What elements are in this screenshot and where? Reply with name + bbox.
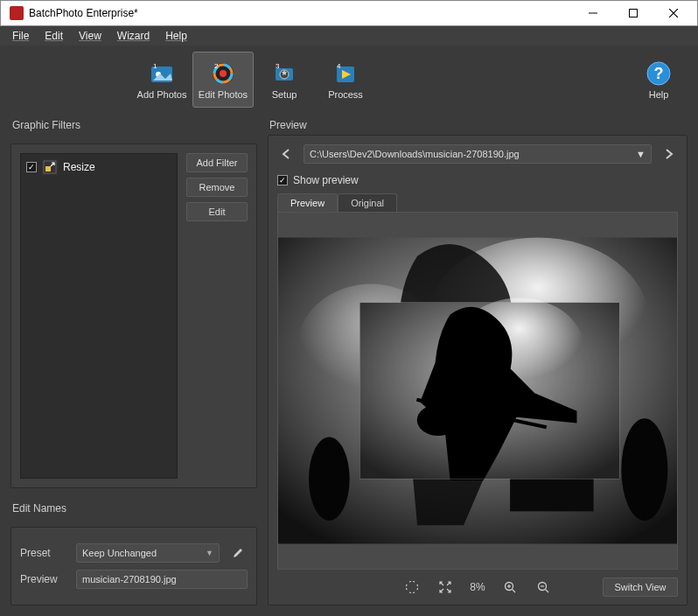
- toolbar-process-label: Process: [328, 89, 363, 100]
- preview-name-label: Preview: [20, 573, 67, 585]
- filter-checkbox[interactable]: ✓: [26, 162, 37, 172]
- toolbar-process[interactable]: 4 Process: [315, 52, 376, 108]
- edit-names-label: Edit Names: [12, 502, 257, 514]
- prev-image-button[interactable]: [277, 145, 295, 163]
- svg-text:4: 4: [337, 62, 341, 70]
- add-photos-icon: 1: [148, 60, 176, 88]
- window-title: BatchPhoto Enterprise*: [29, 7, 573, 19]
- maximize-button[interactable]: [613, 0, 653, 26]
- svg-rect-30: [510, 474, 593, 511]
- toolbar-setup[interactable]: 3 Setup: [254, 52, 315, 108]
- preview-name-field[interactable]: musician-2708190.jpg: [76, 570, 248, 589]
- menu-edit[interactable]: Edit: [38, 28, 70, 44]
- svg-text:1: 1: [153, 62, 157, 70]
- next-image-button[interactable]: [660, 145, 678, 163]
- svg-text:3: 3: [276, 62, 280, 70]
- graphic-filters-label: Graphic Filters: [12, 119, 257, 131]
- setup-icon: 3: [270, 60, 298, 88]
- svg-point-27: [621, 418, 667, 521]
- zoom-out-icon[interactable]: [534, 578, 552, 596]
- preview-image: [278, 213, 677, 569]
- tab-preview[interactable]: Preview: [277, 193, 338, 212]
- toolbar-add-photos-label: Add Photos: [137, 89, 187, 100]
- svg-point-35: [417, 404, 459, 436]
- help-icon: ?: [645, 60, 673, 88]
- image-path-value: C:\Users\Dev2\Downloads\musician-2708190…: [310, 149, 520, 159]
- filter-item-label: Resize: [63, 161, 95, 173]
- filter-item-resize[interactable]: ✓ Resize: [26, 159, 171, 175]
- edit-filter-button[interactable]: Edit: [186, 202, 248, 221]
- show-preview-checkbox[interactable]: ✓: [277, 175, 288, 186]
- show-preview-label: Show preview: [293, 174, 359, 186]
- right-column: Preview C:\Users\Dev2\Downloads\musician…: [268, 114, 688, 606]
- preview-image-frame: [277, 212, 678, 570]
- zoom-controls: 8% Switch View: [277, 578, 678, 596]
- preview-panel: C:\Users\Dev2\Downloads\musician-2708190…: [268, 135, 688, 606]
- actual-size-icon[interactable]: [436, 578, 454, 596]
- process-icon: 4: [332, 60, 359, 88]
- toolbar-help-label: Help: [649, 89, 669, 100]
- minimize-button[interactable]: [573, 0, 613, 26]
- tab-original[interactable]: Original: [338, 193, 397, 212]
- edit-preset-button[interactable]: [228, 543, 248, 563]
- preset-label: Preset: [20, 547, 67, 559]
- svg-line-38: [512, 590, 515, 593]
- edit-names-panel: Preset Keep Unchanged ▼ Preview musician…: [10, 527, 257, 606]
- zoom-in-icon[interactable]: [501, 578, 519, 596]
- edit-photos-icon: 2: [209, 60, 237, 88]
- preview-section-label: Preview: [269, 119, 688, 131]
- app-icon: [10, 6, 24, 20]
- add-filter-button[interactable]: Add Filter: [186, 153, 248, 172]
- toolbar-add-photos[interactable]: 1 Add Photos: [131, 52, 192, 108]
- menu-help[interactable]: Help: [158, 28, 194, 44]
- title-bar: BatchPhoto Enterprise*: [0, 0, 698, 26]
- toolbar-edit-photos-label: Edit Photos: [199, 89, 248, 100]
- toolbar-help[interactable]: ? Help: [628, 52, 689, 108]
- preset-select[interactable]: Keep Unchanged ▼: [76, 543, 220, 563]
- menu-file[interactable]: File: [5, 28, 36, 44]
- svg-point-26: [309, 438, 350, 521]
- resize-icon: [42, 159, 58, 175]
- main-area: Graphic Filters ✓ Resize Add Filter Remo…: [0, 114, 698, 616]
- toolbar-setup-label: Setup: [272, 89, 297, 100]
- svg-rect-1: [630, 10, 638, 18]
- preset-value: Keep Unchanged: [82, 548, 157, 558]
- switch-view-button[interactable]: Switch View: [603, 578, 678, 597]
- left-column: Graphic Filters ✓ Resize Add Filter Remo…: [10, 114, 257, 606]
- svg-text:2: 2: [214, 62, 219, 70]
- svg-point-10: [220, 70, 227, 77]
- filters-list[interactable]: ✓ Resize: [20, 153, 178, 479]
- graphic-filters-panel: ✓ Resize Add Filter Remove Edit: [10, 144, 257, 488]
- remove-filter-button[interactable]: Remove: [186, 178, 248, 197]
- preview-name-value: musician-2708190.jpg: [82, 574, 177, 584]
- svg-rect-22: [45, 166, 51, 172]
- zoom-percentage: 8%: [470, 581, 485, 593]
- toolbar: 1 Add Photos 2 Edit Photos 3 Setup 4 Pro…: [0, 46, 698, 114]
- menu-bar: File Edit View Wizard Help: [0, 26, 698, 46]
- fit-to-window-icon[interactable]: [403, 578, 421, 596]
- svg-text:?: ?: [654, 65, 664, 82]
- menu-wizard[interactable]: Wizard: [110, 28, 157, 44]
- image-path-select[interactable]: C:\Users\Dev2\Downloads\musician-2708190…: [304, 144, 652, 164]
- chevron-down-icon: ▼: [206, 549, 213, 557]
- close-button[interactable]: [653, 0, 694, 26]
- toolbar-edit-photos[interactable]: 2 Edit Photos: [192, 52, 254, 108]
- chevron-down-icon: ▼: [636, 149, 646, 159]
- svg-line-42: [545, 590, 548, 593]
- menu-view[interactable]: View: [72, 28, 108, 44]
